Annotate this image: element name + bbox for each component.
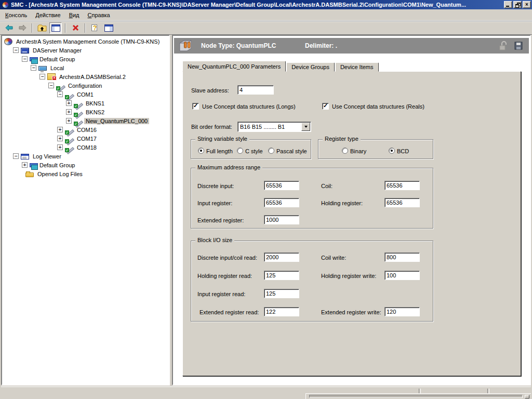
tree-expand-icon[interactable]: + [57, 144, 63, 150]
tree-item-new-quantumplc-000[interactable]: +New_QuantumPLC_000 [2, 116, 169, 125]
up-one-level-button[interactable] [36, 22, 48, 34]
c-style-label[interactable]: C style [245, 148, 263, 154]
tree-expand-icon[interactable]: + [66, 100, 72, 106]
tree-collapse-icon[interactable]: − [31, 65, 36, 71]
coil-field[interactable] [384, 181, 420, 190]
holding-register-read-field[interactable] [264, 271, 299, 280]
bit-order-dropdown-button[interactable] [301, 123, 310, 131]
binary-label[interactable]: Binary [350, 148, 366, 154]
tab-device-groups[interactable]: Device Groups [286, 62, 335, 72]
discrete-input-coil-read-label: Discrete input/coil read: [197, 255, 257, 261]
minimize-button[interactable] [504, 1, 512, 8]
tree-collapse-icon[interactable]: − [22, 56, 28, 62]
tree-item-label: Local [49, 65, 65, 71]
tree-collapse-icon[interactable]: − [48, 83, 54, 88]
tree-item-label: COM16 [75, 127, 98, 133]
concept-reals-label[interactable]: Use Concept data structures (Reals) [332, 103, 424, 110]
bcd-label[interactable]: BCD [397, 148, 409, 154]
tree-item-com16[interactable]: +COM16 [2, 125, 169, 134]
menu-action[interactable]: Действие [31, 10, 64, 20]
holding-register-write-label: Holding register write: [321, 273, 376, 279]
tree-item-com17[interactable]: +COM17 [2, 134, 169, 143]
concept-longs-label[interactable]: Use Concept data structures (Longs) [202, 103, 296, 110]
menu-view[interactable]: Вид [65, 10, 84, 20]
tree-item-label: COM18 [75, 144, 98, 151]
tree-collapse-icon[interactable]: − [13, 47, 19, 53]
tab-parameters[interactable]: New_QuantumPLC_000 Parameters [182, 61, 286, 72]
input-register-read-field[interactable] [264, 289, 299, 298]
back-icon [5, 24, 13, 31]
tree-item-local[interactable]: −Local [2, 63, 169, 72]
tree-expand-icon[interactable]: + [66, 109, 72, 115]
tree-expand-icon[interactable]: + [66, 118, 72, 124]
tree-item-label: BKNS2 [84, 109, 106, 115]
concept-reals-checkbox[interactable] [322, 103, 329, 110]
tree-collapse-icon[interactable]: − [39, 74, 45, 79]
full-length-radio[interactable] [198, 148, 204, 154]
coil-write-field[interactable] [384, 252, 420, 262]
tree-item-log-viewer[interactable]: −Log Viewer [2, 152, 169, 161]
c-style-radio[interactable] [237, 148, 243, 154]
coil-write-label: Coil write: [321, 255, 346, 261]
tree-item-bkns1[interactable]: +BKNS1 [2, 99, 169, 108]
discrete-input-coil-read-field[interactable] [264, 252, 299, 262]
extended-register-write-field[interactable] [384, 307, 420, 316]
pascal-style-radio[interactable] [268, 148, 274, 154]
holding-register-write-field[interactable] [384, 271, 420, 280]
discrete-input-field[interactable] [264, 181, 299, 190]
minimize-icon [506, 6, 509, 7]
tree-collapse-icon[interactable]: − [57, 91, 63, 97]
save-button[interactable] [514, 42, 523, 51]
restore-button[interactable] [513, 1, 522, 8]
max-range-group-title: Maximum address range [195, 164, 262, 170]
forward-button[interactable] [16, 22, 29, 34]
tree-item-configuration[interactable]: −Configuration [2, 81, 169, 90]
full-length-label[interactable]: Full length [206, 148, 233, 154]
slave-address-label: Slave address: [191, 87, 229, 94]
tree-expand-icon[interactable]: + [22, 162, 28, 168]
tab-device-items[interactable]: Device Items [335, 62, 379, 72]
action-pane-icon [104, 24, 113, 32]
tree-expand-icon[interactable]: + [57, 136, 63, 141]
menu-console[interactable]: Консоль [1, 10, 31, 20]
input-register-field[interactable] [264, 198, 299, 207]
extended-register-label: Extended register: [197, 217, 244, 223]
extended-register-field[interactable] [264, 215, 299, 224]
tree-item-archestra-system-management-console-tmn-c9-kns[interactable]: ArchestrA System Management Console (TMN… [2, 37, 169, 46]
extended-register-read-label: Extended register read: [200, 309, 259, 315]
delete-button[interactable] [69, 22, 82, 34]
bit-order-combobox[interactable]: B16 B15 ........ B1 [237, 122, 311, 132]
close-button[interactable]: × [523, 1, 531, 8]
show-hide-console-tree-button[interactable] [49, 22, 62, 34]
menu-help[interactable]: Справка [84, 10, 114, 20]
log-viewer-icon [21, 154, 29, 159]
tree-item-default-group[interactable]: −Default Group [2, 55, 169, 63]
show-action-pane-button[interactable] [102, 22, 115, 34]
tree-item-archestra-dasmbserial-2[interactable]: −ArchestrA.DASMBSerial.2 [2, 72, 169, 81]
details-pane: Node Type: QuantumPLC Delimiter: . New_Q… [172, 35, 531, 385]
holding-register-field[interactable] [384, 198, 420, 207]
back-button[interactable] [3, 22, 15, 34]
tree-item-default-group[interactable]: +Default Group [2, 161, 169, 169]
slave-address-field[interactable] [237, 85, 274, 95]
tree-item-com18[interactable]: +COM18 [2, 143, 169, 152]
daserver-manager-icon [21, 48, 29, 54]
tree-item-bkns2[interactable]: +BKNS2 [2, 108, 169, 116]
tree-collapse-icon[interactable]: − [13, 153, 19, 159]
config-check-icon [65, 135, 73, 143]
tree-item-label: Default Group [38, 56, 76, 62]
tree-expand-icon[interactable]: + [57, 127, 63, 132]
bcd-radio[interactable] [389, 148, 395, 154]
tree-item-daserver-manager[interactable]: −DAServer Manager [2, 46, 169, 55]
help-button[interactable]: ? [89, 22, 101, 34]
lock-icon[interactable] [499, 41, 507, 51]
chevron-down-icon [304, 126, 308, 128]
tree-item-opened-log-files[interactable]: Opened Log Files [2, 169, 169, 178]
binary-radio[interactable] [342, 148, 348, 154]
tree-item-com1[interactable]: −COM1 [2, 90, 169, 99]
concept-longs-checkbox[interactable] [192, 103, 199, 110]
extended-register-read-field[interactable] [264, 307, 299, 316]
pascal-style-label[interactable]: Pascal style [276, 148, 307, 154]
tree-item-label: ArchestrA.DASMBSerial.2 [58, 74, 127, 80]
holding-register-label: Holding register: [321, 200, 363, 206]
